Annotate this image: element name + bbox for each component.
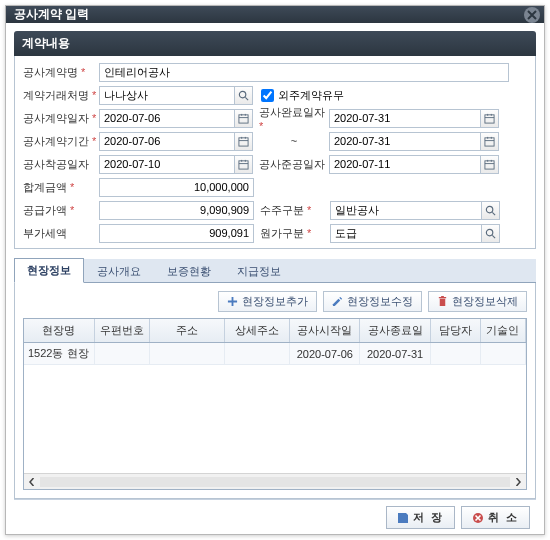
total-amount-input[interactable] [99,178,254,197]
svg-rect-14 [485,137,494,145]
start-work-input[interactable] [99,155,235,174]
contract-date-input[interactable] [99,109,235,128]
col-end[interactable]: 공사종료일 [360,319,430,343]
svg-rect-18 [239,160,248,168]
cell-zip [94,343,149,365]
cost-type-lookup-icon[interactable] [481,224,500,243]
label-partner: 계약거래처명 * [21,88,99,103]
svg-rect-10 [239,137,248,145]
cancel-button[interactable]: 취 소 [461,506,530,529]
svg-line-1 [245,97,248,100]
cell-tech [480,343,525,365]
table-row[interactable]: 1522동 현장 2020-07-06 2020-07-31 [24,343,526,365]
section-header: 계약내용 [14,31,536,56]
scroll-left-icon[interactable] [26,476,38,488]
label-start-work: 공사착공일자 [21,157,99,172]
close-icon[interactable] [524,7,540,23]
label-contract-name: 공사계약명 * [21,65,99,80]
tab-payment[interactable]: 지급정보 [224,259,294,283]
col-zip[interactable]: 우편번호 [94,319,149,343]
title-bar: 공사계약 입력 [6,6,544,23]
label-order-type: 수주구분 * [260,203,330,218]
svg-point-26 [486,206,492,212]
partner-input[interactable] [99,86,235,105]
content-area: 계약내용 공사계약명 * 계약거래처명 * 외주계약유무 공사계약일자 * [6,23,544,540]
col-site[interactable]: 현장명 [24,319,94,343]
supply-amount-input[interactable] [99,201,254,220]
outsource-checkbox-wrap[interactable]: 외주계약유무 [261,88,344,103]
col-tech[interactable]: 기술인 [480,319,525,343]
cell-detail [225,343,290,365]
grid-toolbar: 현장정보추가 현장정보수정 현장정보삭제 [23,291,527,312]
svg-line-27 [492,212,495,215]
outsource-checkbox[interactable] [261,89,274,102]
grid-body[interactable]: 1522동 현장 2020-07-06 2020-07-31 [24,343,526,473]
grid-header: 현장명 우편번호 주소 상세주소 공사시작일 공사종료일 담당자 기술인 [24,319,526,343]
label-end-date: 공사완료일자 * [259,105,329,132]
svg-point-28 [486,229,492,235]
period-from-input[interactable] [99,132,235,151]
label-cost-type: 원가구분 * [260,226,330,241]
save-button[interactable]: 저 장 [386,506,455,529]
svg-rect-6 [485,114,494,122]
cell-site: 1522동 현장 [24,343,94,365]
label-vat: 부가세액 [21,226,99,241]
partner-lookup-icon[interactable] [234,86,253,105]
label-total-amount: 합계금액 * [21,180,99,195]
finish-work-input[interactable] [329,155,481,174]
period-to-cal-icon[interactable] [480,132,499,151]
svg-rect-2 [239,114,248,122]
svg-rect-22 [485,160,494,168]
end-date-cal-icon[interactable] [480,109,499,128]
delete-site-button[interactable]: 현장정보삭제 [428,291,527,312]
cost-type-input[interactable] [330,224,482,243]
outsource-label: 외주계약유무 [278,88,344,103]
end-date-input[interactable] [329,109,481,128]
order-type-input[interactable] [330,201,482,220]
vat-input[interactable] [99,224,254,243]
label-supply-amount: 공급가액 * [21,203,99,218]
cell-manager [430,343,480,365]
start-work-cal-icon[interactable] [234,155,253,174]
add-site-button[interactable]: 현장정보추가 [218,291,317,312]
contract-name-input[interactable] [99,63,509,82]
finish-work-cal-icon[interactable] [480,155,499,174]
col-manager[interactable]: 담당자 [430,319,480,343]
order-type-lookup-icon[interactable] [481,201,500,220]
tab-site-info[interactable]: 현장정보 [14,258,84,283]
label-period: 공사계약기간 * [21,134,99,149]
footer: 저 장 취 소 [14,499,536,535]
contract-date-cal-icon[interactable] [234,109,253,128]
tab-guarantee[interactable]: 보증현황 [154,259,224,283]
col-start[interactable]: 공사시작일 [290,319,360,343]
title-text: 공사계약 입력 [14,6,89,23]
tab-body: 현장정보추가 현장정보수정 현장정보삭제 현장명 [14,283,536,499]
label-contract-date: 공사계약일자 * [21,111,99,126]
period-to-input[interactable] [329,132,481,151]
tab-bar: 현장정보 공사개요 보증현황 지급정보 [14,259,536,283]
cell-addr [149,343,224,365]
scroll-track[interactable] [40,477,510,487]
site-grid: 현장명 우편번호 주소 상세주소 공사시작일 공사종료일 담당자 기술인 [23,318,527,490]
scroll-right-icon[interactable] [512,476,524,488]
edit-site-button[interactable]: 현장정보수정 [323,291,422,312]
col-detail[interactable]: 상세주소 [225,319,290,343]
h-scrollbar[interactable] [24,473,526,489]
svg-line-29 [492,235,495,238]
cell-end: 2020-07-31 [360,343,430,365]
col-addr[interactable]: 주소 [149,319,224,343]
label-finish-work: 공사준공일자 [259,157,329,172]
period-from-cal-icon[interactable] [234,132,253,151]
tab-overview[interactable]: 공사개요 [84,259,154,283]
form-area: 공사계약명 * 계약거래처명 * 외주계약유무 공사계약일자 * [14,56,536,249]
modal-dialog: 공사계약 입력 계약내용 공사계약명 * 계약거래처명 * 외주계약유무 [5,5,545,535]
tilde-label: ~ [259,135,329,147]
cell-start: 2020-07-06 [290,343,360,365]
svg-point-0 [239,91,245,97]
